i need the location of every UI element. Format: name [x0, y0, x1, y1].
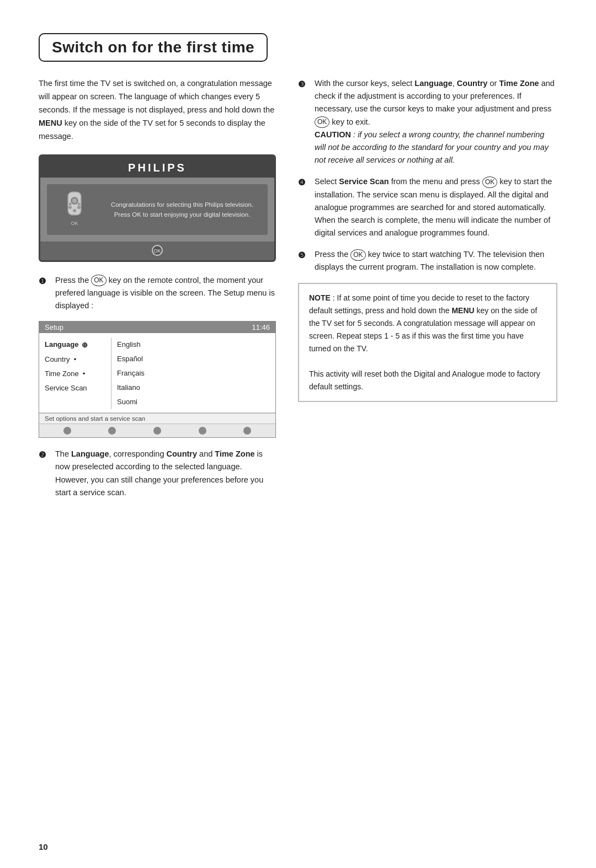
- menu-item-service-scan: Service Scan: [45, 381, 105, 395]
- lang-italiano: Italiano: [117, 381, 145, 395]
- step-2-content: The Language, corresponding Country and …: [55, 448, 276, 499]
- svg-point-6: [69, 202, 72, 205]
- note-box: NOTE : If at some point of time you deci…: [298, 283, 557, 403]
- lang-english: English: [117, 337, 145, 352]
- page-title-box: Switch on for the first time: [39, 33, 268, 62]
- setup-menu-body: Language ⊕ Country • Time Zone • Service…: [39, 333, 275, 413]
- page-title: Switch on for the first time: [52, 39, 254, 56]
- step-4-content: Select Service Scan from the menu and pr…: [315, 175, 557, 239]
- step-5: ❺ Press the OK key twice to start watchi…: [298, 248, 557, 274]
- svg-point-5: [73, 209, 76, 212]
- ok-key-5: OK: [350, 249, 365, 261]
- setup-menu-languages: English Español Français Italiano Suomi: [117, 337, 145, 409]
- tv-congratulations-line1: Congratulations for selecting this Phili…: [111, 201, 253, 208]
- intro-paragraph: The first time the TV set is switched on…: [39, 77, 276, 143]
- note-text: NOTE : If at some point of time you deci…: [309, 292, 546, 355]
- lang-francais: Français: [117, 366, 145, 381]
- ok-key-1: OK: [91, 275, 106, 286]
- dot-2: [108, 427, 116, 435]
- setup-menu-time: 11:46: [252, 323, 270, 331]
- dot-5: [243, 427, 251, 435]
- setup-menu-header: Setup 11:46: [39, 322, 275, 333]
- setup-menu: Setup 11:46 Language ⊕ Country • Time Zo…: [39, 321, 276, 438]
- dot-4: [199, 427, 206, 435]
- step-3: ❸ With the cursor keys, select Language,…: [298, 77, 557, 167]
- tv-congratulations-line2: Press OK to start enjoying your digital …: [114, 211, 251, 218]
- step-4-num: ❹: [298, 175, 310, 189]
- svg-text:OK: OK: [71, 221, 78, 226]
- svg-point-7: [78, 202, 81, 205]
- right-column: ❸ With the cursor keys, select Language,…: [298, 77, 557, 508]
- step-2: ❷ The Language, corresponding Country an…: [39, 448, 276, 499]
- dot-3: [153, 427, 161, 435]
- tv-mockup: PHILIPS: [39, 154, 276, 262]
- philips-brand: PHILIPS: [40, 156, 274, 178]
- language-icon: ⊕: [82, 341, 88, 349]
- setup-menu-dots: [39, 424, 275, 437]
- setup-menu-footer: Set options and start a service scan: [39, 413, 275, 424]
- lang-espanol: Español: [117, 352, 145, 366]
- setup-menu-items: Language ⊕ Country • Time Zone • Service…: [45, 337, 105, 409]
- lang-suomi: Suomi: [117, 395, 145, 409]
- step-1-content: Press the OK key on the remote control, …: [55, 274, 276, 313]
- menu-item-timezone: Time Zone •: [45, 367, 105, 381]
- ok-icon-tv: OK: [152, 245, 163, 256]
- step-1-num: ❶: [39, 274, 51, 288]
- menu-item-country: Country •: [45, 352, 105, 367]
- step-4: ❹ Select Service Scan from the menu and …: [298, 175, 557, 239]
- note-extra-text: This activity will reset both the Digita…: [309, 368, 546, 393]
- step-2-num: ❷: [39, 448, 51, 462]
- menu-divider: [111, 337, 111, 409]
- step-3-num: ❸: [298, 77, 310, 91]
- remote-icon: OK: [58, 191, 91, 229]
- remote-icon-area: OK: [52, 191, 97, 229]
- step-5-num: ❺: [298, 248, 310, 262]
- tv-screen-text: Congratulations for selecting this Phili…: [97, 200, 262, 219]
- step-1: ❶ Press the OK key on the remote control…: [39, 274, 276, 313]
- svg-point-3: [68, 206, 72, 209]
- tv-screen: OK Congratulations for selecting this Ph…: [40, 178, 274, 242]
- tv-bottom-icon: OK: [40, 242, 274, 260]
- tv-screen-inner: OK Congratulations for selecting this Ph…: [47, 184, 268, 235]
- ok-key-3: OK: [315, 116, 329, 128]
- dot-1: [63, 427, 71, 435]
- left-column: The first time the TV set is switched on…: [39, 77, 276, 508]
- svg-point-2: [72, 199, 77, 203]
- step-5-content: Press the OK key twice to start watching…: [315, 248, 557, 274]
- setup-menu-title: Setup: [45, 323, 63, 331]
- svg-point-4: [77, 206, 81, 209]
- ok-key-4: OK: [482, 176, 497, 188]
- menu-item-language: Language ⊕: [45, 337, 105, 352]
- page-number: 10: [39, 842, 48, 851]
- step-3-content: With the cursor keys, select Language, C…: [315, 77, 557, 167]
